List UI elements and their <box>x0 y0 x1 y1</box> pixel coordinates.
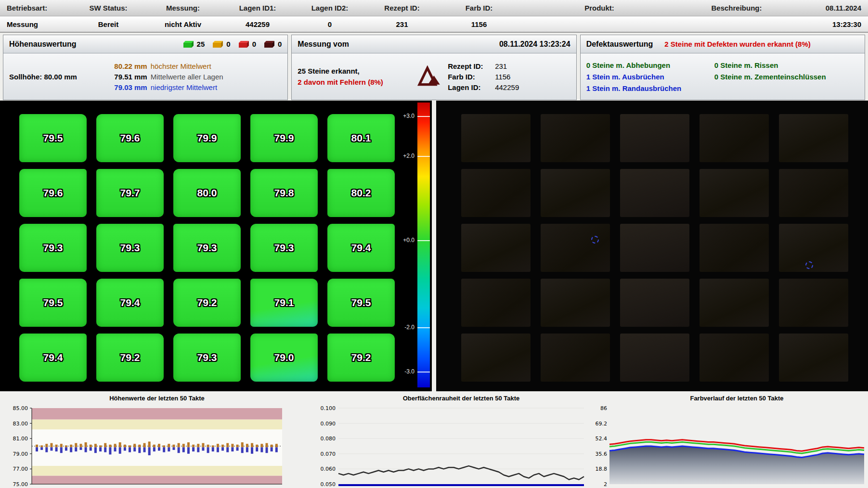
stat-avg-value: 79.51 mm <box>100 73 147 81</box>
hoehen-stats: 80.22 mm höchster Mittelwert 79.51 mm Mi… <box>100 62 288 91</box>
stone-tile <box>620 334 689 382</box>
brick-cell: 79.7 <box>96 169 164 217</box>
steine-erkannt-text: 25 Steine erkannt, <box>298 67 412 75</box>
brick-height-value: 79.3 <box>43 242 63 254</box>
defect-marker-icon <box>805 261 813 269</box>
chart-hoehenwerte-plot: 85.0083.0081.0079.0077.0075.00 <box>0 391 311 488</box>
brick-cell: 80.2 <box>327 169 395 217</box>
brick-height-value: 79.3 <box>274 242 294 254</box>
brick-height-value: 79.3 <box>197 352 217 363</box>
label-sw-status: SW Status: <box>72 4 144 12</box>
svg-text:77.00: 77.00 <box>13 466 28 472</box>
chart-hoehenwerte: Höhenwerte der letzten 50 Takte 85.0083.… <box>0 391 311 488</box>
label-produkt: Produkt: <box>520 4 679 12</box>
brick-cell: 80.0 <box>173 169 241 217</box>
brick-cell: 79.3 <box>96 224 164 272</box>
svg-text:0.060: 0.060 <box>321 466 336 472</box>
header-time: 13:23:30 <box>794 20 868 28</box>
scale-label-p3: +3.0 <box>398 113 415 119</box>
sollhoehe: Sollhöhe: 80.00 mm <box>3 73 100 81</box>
stone-tile <box>541 114 610 162</box>
brick-height-value: 79.1 <box>274 297 294 308</box>
farb-id-row: Farb ID: 1156 <box>448 73 570 81</box>
brick-height-value: 79.4 <box>351 242 371 254</box>
brick-height-value: 79.5 <box>43 297 63 308</box>
orange-brick-icon <box>211 40 224 48</box>
scale-label-p2: +2.0 <box>398 153 415 159</box>
stat-min-value: 79.03 mm <box>100 83 147 91</box>
hoehen-panel-header: Höhenauswertung 25 0 0 <box>3 35 287 53</box>
brick-cell: 79.0 <box>250 334 318 382</box>
stone-tile <box>461 279 531 327</box>
stone-tile <box>461 114 531 162</box>
brick-height-value: 80.2 <box>351 187 371 199</box>
brick-cell: 79.2 <box>173 279 241 327</box>
info-panels: Höhenauswertung 25 0 0 <box>3 35 865 100</box>
svg-text:86: 86 <box>600 405 607 411</box>
panel-defektauswertung: Defektauswertung 2 Steine mit Defekten w… <box>580 35 865 100</box>
scale-tick <box>417 116 430 117</box>
brick-height-value: 79.4 <box>120 297 140 308</box>
stone-tile <box>461 334 531 382</box>
green-brick-icon <box>182 40 194 48</box>
brick-cell: 79.9 <box>250 114 318 162</box>
messung-datetime: 08.11.2024 13:23:24 <box>499 40 570 49</box>
panel-hoehenauswertung: Höhenauswertung 25 0 0 <box>3 35 288 100</box>
label-lagen-id2: Lagen ID2: <box>294 4 366 12</box>
lagen-id-label: Lagen ID: <box>448 83 492 91</box>
defekt-panel-header: Defektauswertung 2 Steine mit Defekten w… <box>581 35 865 53</box>
stone-tile <box>461 169 531 217</box>
rezept-id-row: Rezept ID: 231 <box>448 62 570 70</box>
value-lagen-id2: 0 <box>294 20 366 28</box>
brick-height-value: 80.0 <box>197 187 217 199</box>
brick-cell: 79.4 <box>19 334 87 382</box>
stone-tile <box>700 334 769 382</box>
sollhoehe-label: Sollhöhe: <box>9 73 42 81</box>
rezept-id-label: Rezept ID: <box>448 62 492 70</box>
stat-max-label: höchster Mittelwert <box>151 62 284 70</box>
brick-counter-orange: 0 <box>211 40 230 48</box>
stone-tile <box>779 169 848 217</box>
messung-panel-body: 25 Steine erkannt, 2 davon mit Fehlern (… <box>292 53 576 100</box>
stone-tile <box>461 224 531 272</box>
fehler-text: 2 davon mit Fehlern (8%) <box>298 78 412 86</box>
rezept-id-value: 231 <box>495 62 570 70</box>
brick-cell: 79.6 <box>96 114 164 162</box>
hoehen-panel-body: Sollhöhe: 80.00 mm 80.22 mm höchster Mit… <box>3 53 287 100</box>
chart-farbverlauf: Farbverlauf der letzten 50 Takte 8669.25… <box>587 391 868 488</box>
stone-tile <box>700 114 769 162</box>
stone-tile <box>700 224 769 272</box>
brick-height-value: 79.2 <box>120 352 140 363</box>
green-brick-count: 25 <box>197 40 205 48</box>
brick-height-value: 79.9 <box>197 132 217 144</box>
brick-height-value: 79.4 <box>43 352 63 363</box>
value-farb-id: 1156 <box>438 20 520 28</box>
defekt-item-randausbruechen: 1 Stein m. Randausbrüchen <box>586 84 714 92</box>
svg-text:69.2: 69.2 <box>596 421 608 427</box>
status-bar: Betriebsart: SW Status: Messung: Lagen I… <box>0 0 868 33</box>
brick-counter-red: 0 <box>237 40 256 48</box>
svg-text:0.080: 0.080 <box>321 436 336 442</box>
svg-text:81.00: 81.00 <box>13 436 28 442</box>
brick-height-value: 79.6 <box>120 132 140 144</box>
brick-height-value: 79.2 <box>351 352 371 363</box>
svg-text:35.6: 35.6 <box>596 451 608 457</box>
svg-text:0.090: 0.090 <box>321 421 336 427</box>
brick-cell: 79.4 <box>327 224 395 272</box>
brick-cell: 79.3 <box>173 334 241 382</box>
brick-cell: 79.3 <box>19 224 87 272</box>
brick-height-value: 79.6 <box>43 187 63 199</box>
brick-cell: 79.5 <box>19 279 87 327</box>
brick-cell: 79.9 <box>173 114 241 162</box>
defect-marker-icon <box>591 236 599 244</box>
messung-ids: Rezept ID: 231 Farb ID: 1156 Lagen ID: 4… <box>448 62 570 91</box>
stone-tile <box>541 169 610 217</box>
value-sw-status: Bereit <box>72 20 144 28</box>
label-beschreibung: Beschreibung: <box>679 4 794 12</box>
scale-tick <box>417 327 430 328</box>
stone-tile <box>620 279 689 327</box>
chart-oberflaechenrauheit: Oberflächenrauheit der letzten 50 Takte … <box>311 391 587 488</box>
brick-cell: 79.3 <box>250 224 318 272</box>
stat-min-label: niedrigster Mittelwert <box>151 83 284 91</box>
scale-tick <box>417 240 430 241</box>
